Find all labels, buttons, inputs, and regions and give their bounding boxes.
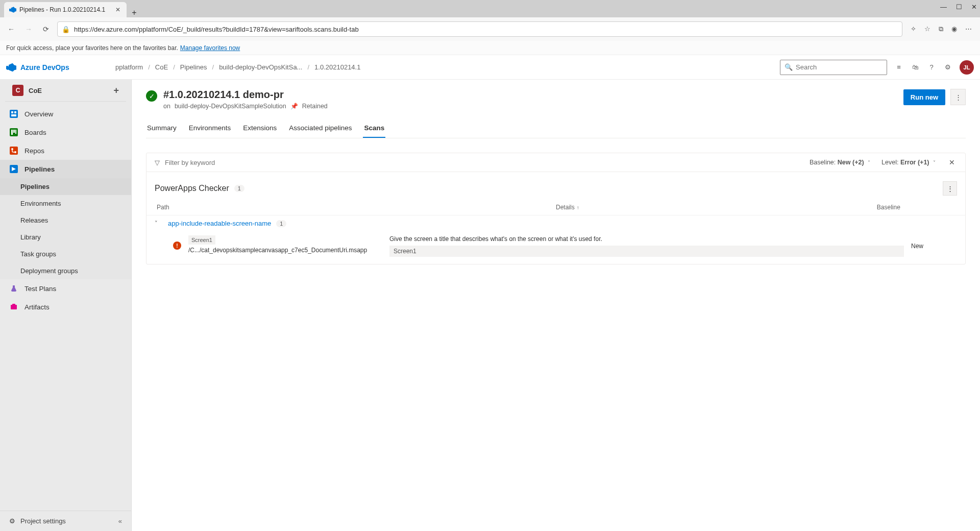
filter-level[interactable]: Level: Error (+1) ˅: [881, 159, 936, 166]
chevron-down-icon: ˅: [933, 160, 936, 165]
result-path: /C.../cat_devopskitsamplecanvasapp_c7ec5…: [188, 247, 382, 254]
sidebar-item-boards[interactable]: Boards: [0, 123, 131, 141]
filter-baseline[interactable]: Baseline: New (+2) ˅: [810, 159, 870, 166]
collapse-icon[interactable]: «: [118, 517, 122, 525]
tab-environments[interactable]: Environments: [188, 119, 232, 138]
help-icon[interactable]: ?: [927, 63, 936, 71]
sidebar-sub-environments[interactable]: Environments: [0, 195, 131, 212]
breadcrumb-run[interactable]: 1.0.20210214.1: [314, 63, 360, 71]
marketplace-icon[interactable]: 🛍: [911, 63, 920, 71]
url-text: https://dev.azure.com/pplatform/CoE/_bui…: [74, 26, 359, 33]
svg-rect-13: [12, 304, 15, 305]
testplans-icon: [9, 284, 18, 293]
tab-summary[interactable]: Summary: [146, 119, 178, 138]
svg-rect-2: [14, 111, 16, 113]
lock-icon: 🔒: [62, 26, 70, 33]
checker-more-menu[interactable]: ⋮: [943, 181, 957, 196]
result-group[interactable]: ˅ app-include-readable-screen-name 1: [146, 215, 965, 231]
col-path[interactable]: Path: [155, 204, 556, 211]
tab-close-icon[interactable]: ✕: [114, 6, 121, 13]
pipelines-icon: [9, 164, 18, 174]
result-message: Give the screen a title that describes w…: [389, 235, 904, 243]
read-aloud-icon[interactable]: ✧: [911, 25, 916, 33]
back-button[interactable]: ←: [5, 25, 17, 33]
tab-extensions[interactable]: Extensions: [242, 119, 278, 138]
sidebar: C CoE + Overview Boards Repos Pipelines …: [0, 80, 132, 531]
project-settings-link[interactable]: ⚙ Project settings «: [0, 511, 131, 531]
favorite-icon[interactable]: ☆: [924, 25, 930, 33]
repos-icon: [9, 146, 18, 155]
browser-menu-icon[interactable]: ⋯: [965, 25, 972, 33]
col-details[interactable]: Details ↑: [556, 204, 877, 211]
window-minimize-icon[interactable]: —: [940, 3, 947, 11]
pin-icon[interactable]: 📌: [290, 103, 298, 110]
project-badge: C: [12, 85, 23, 96]
window-close-icon[interactable]: ✕: [971, 3, 977, 11]
breadcrumb-pipeline[interactable]: build-deploy-DevOpsKitSa...: [219, 63, 302, 71]
sidebar-sub-releases[interactable]: Releases: [0, 212, 131, 229]
profile-icon[interactable]: ◉: [951, 25, 957, 33]
search-field[interactable]: [796, 63, 883, 71]
collections-icon[interactable]: ⧉: [939, 25, 943, 33]
run-pipeline-link[interactable]: build-deploy-DevOpsKitSampleSolution: [175, 103, 286, 110]
tab-scans[interactable]: Scans: [363, 119, 385, 138]
error-icon: !: [173, 242, 181, 250]
sidebar-item-repos[interactable]: Repos: [0, 141, 131, 160]
checker-count: 1: [234, 185, 244, 192]
sidebar-sub-pipelines[interactable]: Pipelines: [0, 178, 131, 195]
rule-link[interactable]: app-include-readable-screen-name: [168, 220, 271, 227]
user-settings-icon[interactable]: ⚙: [943, 63, 952, 71]
status-success-icon: ✓: [146, 90, 157, 102]
tab-title: Pipelines - Run 1.0.20210214.1: [19, 6, 111, 13]
sidebar-sub-deploymentgroups[interactable]: Deployment groups: [0, 262, 131, 279]
sidebar-item-testplans[interactable]: Test Plans: [0, 279, 131, 298]
artifacts-icon: [9, 302, 18, 311]
sidebar-label: Overview: [24, 110, 53, 118]
run-new-button[interactable]: Run new: [903, 89, 945, 105]
col-baseline[interactable]: Baseline: [877, 204, 957, 211]
sidebar-sub-library[interactable]: Library: [0, 229, 131, 246]
chevron-down-icon: ˅: [868, 160, 870, 165]
refresh-button[interactable]: ⟳: [40, 25, 52, 33]
azure-devops-icon: [9, 6, 16, 13]
breadcrumb: pplatform/ CoE/ Pipelines/ build-deploy-…: [115, 63, 360, 71]
filter-input[interactable]: [165, 159, 804, 166]
address-bar[interactable]: 🔒 https://dev.azure.com/pplatform/CoE/_b…: [57, 21, 902, 37]
brand-logo[interactable]: Azure DevOps: [6, 62, 108, 73]
details-chip: Screen1: [389, 246, 904, 257]
add-icon[interactable]: +: [113, 85, 119, 96]
result-baseline: New: [911, 235, 957, 250]
breadcrumb-project[interactable]: CoE: [155, 63, 168, 71]
svg-rect-1: [11, 111, 13, 113]
list-icon[interactable]: ≡: [894, 63, 903, 71]
forward-button: →: [22, 25, 35, 33]
svg-point-9: [11, 148, 13, 150]
sidebar-sub-taskgroups[interactable]: Task groups: [0, 246, 131, 262]
run-more-menu[interactable]: ⋮: [950, 89, 966, 105]
sidebar-item-pipelines[interactable]: Pipelines: [0, 160, 131, 178]
overview-icon: [9, 109, 18, 118]
breadcrumb-org[interactable]: pplatform: [115, 63, 143, 71]
sidebar-label: Pipelines: [24, 165, 55, 173]
svg-rect-6: [13, 130, 15, 133]
breadcrumb-pipelines[interactable]: Pipelines: [180, 63, 207, 71]
svg-rect-8: [10, 147, 18, 155]
search-input[interactable]: 🔍: [780, 60, 887, 75]
svg-point-10: [14, 151, 16, 153]
new-tab-button[interactable]: +: [127, 8, 142, 17]
result-row[interactable]: ! Screen1 /C.../cat_devopskitsamplecanva…: [146, 231, 965, 264]
avatar[interactable]: JL: [960, 60, 974, 75]
manage-favorites-link[interactable]: Manage favorites now: [180, 44, 240, 52]
sidebar-label: Test Plans: [24, 285, 56, 293]
sidebar-item-artifacts[interactable]: Artifacts: [0, 298, 131, 316]
browser-tab[interactable]: Pipelines - Run 1.0.20210214.1 ✕: [4, 2, 127, 17]
clear-filters-icon[interactable]: ✕: [947, 158, 957, 166]
project-name[interactable]: CoE: [29, 87, 42, 94]
retained-label: Retained: [302, 103, 328, 110]
svg-rect-5: [11, 130, 13, 135]
sidebar-label: Repos: [24, 147, 44, 155]
sidebar-item-overview[interactable]: Overview: [0, 105, 131, 123]
window-maximize-icon[interactable]: ☐: [956, 3, 962, 11]
svg-rect-0: [10, 110, 18, 118]
tab-associated[interactable]: Associated pipelines: [288, 119, 353, 138]
